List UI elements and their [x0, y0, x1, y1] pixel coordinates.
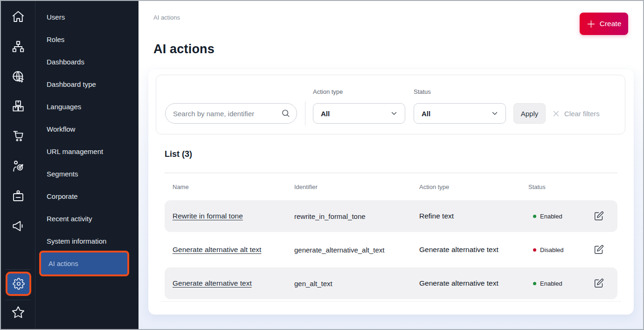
- shopping-cart-icon[interactable]: [10, 128, 26, 144]
- settings-menu: Users Roles Dashboards Dashboard type La…: [35, 1, 138, 329]
- apply-button[interactable]: Apply: [513, 103, 546, 124]
- edit-icon: [594, 245, 604, 254]
- clear-filters-label: Clear filters: [564, 110, 600, 118]
- edit-icon: [594, 278, 604, 288]
- status-text: Enabled: [540, 213, 562, 220]
- status-text: Disabled: [540, 246, 564, 253]
- gear-icon: [13, 278, 25, 290]
- audience-target-icon[interactable]: [10, 158, 26, 174]
- edit-button[interactable]: [594, 278, 604, 288]
- status-text: Enabled: [540, 280, 562, 287]
- chevron-down-icon: [390, 109, 398, 118]
- packages-icon[interactable]: [10, 98, 26, 114]
- sidebar-item-label: AI actions: [48, 260, 78, 267]
- sidebar-item-system-information[interactable]: System information: [35, 230, 138, 253]
- row-status: Disabled: [533, 234, 564, 266]
- row-action-type: Generate alternative text: [419, 234, 499, 266]
- edit-icon: [594, 211, 604, 221]
- filter-divider: [305, 101, 305, 126]
- home-icon[interactable]: [10, 9, 26, 25]
- megaphone-icon[interactable]: [10, 218, 26, 234]
- edit-button[interactable]: [594, 211, 604, 221]
- sidebar-item-dashboards[interactable]: Dashboards: [35, 51, 138, 73]
- row-identifier: generate_alternative_alt_text: [294, 234, 384, 266]
- list-heading: List (3): [165, 149, 192, 159]
- rail-divider-bottom: [5, 300, 31, 300]
- status-dot: [533, 248, 536, 252]
- id-badge-icon[interactable]: [10, 188, 26, 204]
- sitemap-icon[interactable]: [10, 39, 26, 55]
- column-header-name: Name: [173, 183, 189, 190]
- sidebar-item-recent-activity[interactable]: Recent activity: [35, 208, 138, 230]
- column-header-status: Status: [528, 183, 546, 190]
- table-row: Rewrite in formal tone rewrite_in_formal…: [165, 200, 617, 232]
- settings-nav-button[interactable]: [6, 272, 31, 296]
- row-name-link[interactable]: Generate alternative alt text: [173, 246, 261, 254]
- list-divider: [165, 173, 617, 173]
- x-icon: [552, 110, 560, 118]
- rail-divider-top: [5, 269, 31, 270]
- sidebar-item-url-management[interactable]: URL management: [35, 140, 138, 163]
- main-content: AI actions Create AI actions Action type: [138, 1, 643, 329]
- action-type-label: Action type: [313, 88, 343, 95]
- status-label: Status: [414, 88, 431, 95]
- page-title: AI actions: [153, 42, 215, 56]
- create-button-label: Create: [600, 20, 622, 28]
- sidebar-item-users[interactable]: Users: [35, 6, 138, 28]
- select-value: All: [422, 110, 430, 118]
- row-status: Enabled: [533, 267, 562, 299]
- table-row: Generate alternative alt text generate_a…: [165, 234, 617, 266]
- status-dot: [533, 282, 536, 285]
- globe-pointer-icon[interactable]: [10, 69, 26, 84]
- select-value: All: [321, 110, 330, 118]
- sidebar-item-roles[interactable]: Roles: [35, 28, 138, 51]
- plus-icon: [587, 20, 596, 28]
- row-action-type: Refine text: [419, 200, 454, 232]
- row-action-type: Generate alternative text: [419, 267, 499, 299]
- table-row: Generate alternative text gen_alt_text G…: [165, 267, 617, 299]
- row-identifier: rewrite_in_formal_tone: [294, 200, 366, 232]
- sidebar-item-ai-actions[interactable]: AI actions: [39, 251, 129, 276]
- clear-filters-button[interactable]: Clear filters: [552, 103, 600, 124]
- column-header-identifier: Identifier: [294, 183, 318, 190]
- action-type-select[interactable]: All: [313, 103, 405, 124]
- search-icon[interactable]: [281, 108, 291, 119]
- breadcrumb[interactable]: AI actions: [153, 14, 180, 21]
- create-button[interactable]: Create: [580, 13, 628, 35]
- sidebar-item-dashboard-type[interactable]: Dashboard type: [35, 73, 138, 96]
- row-status: Enabled: [533, 200, 562, 232]
- icon-rail: [1, 1, 35, 329]
- chevron-down-icon: [491, 109, 499, 118]
- sidebar-item-corporate[interactable]: Corporate: [35, 185, 138, 208]
- sidebar-item-languages[interactable]: Languages: [35, 96, 138, 118]
- content-card: Action type All Status All Apply: [148, 69, 634, 315]
- sidebar-item-workflow[interactable]: Workflow: [35, 118, 138, 140]
- row-name-link[interactable]: Rewrite in formal tone: [173, 212, 243, 220]
- row-name-link[interactable]: Generate alternative text: [173, 279, 252, 288]
- star-icon[interactable]: [10, 304, 26, 320]
- status-dot: [533, 215, 536, 218]
- app-window: Users Roles Dashboards Dashboard type La…: [0, 0, 644, 330]
- status-select[interactable]: All: [414, 103, 506, 124]
- table-bottom-divider: [161, 301, 621, 302]
- filter-bar: Action type All Status All Apply: [156, 75, 625, 134]
- search-input[interactable]: [165, 103, 297, 124]
- row-identifier: gen_alt_text: [294, 267, 332, 299]
- sidebar-item-segments[interactable]: Segments: [35, 163, 138, 185]
- search-box: [165, 103, 297, 124]
- column-header-action-type: Action type: [419, 183, 449, 190]
- edit-button[interactable]: [594, 245, 604, 255]
